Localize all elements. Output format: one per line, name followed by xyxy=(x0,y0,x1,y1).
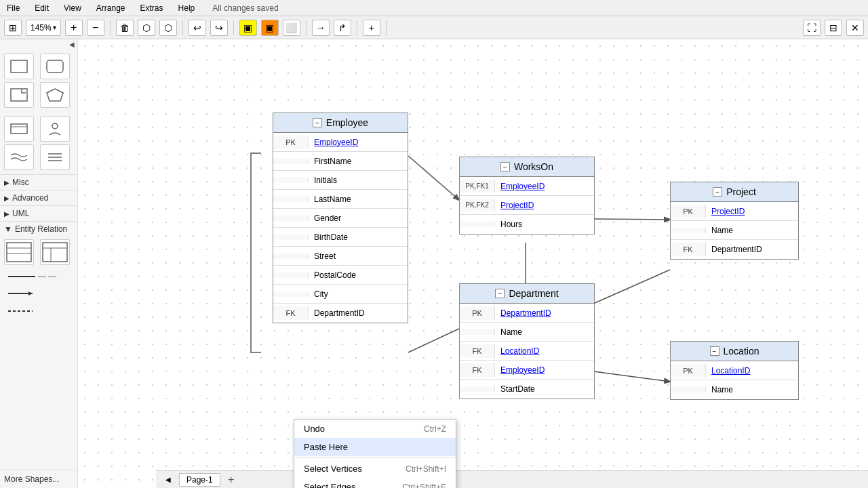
advanced-label: Advanced xyxy=(12,193,48,203)
department-collapse-btn[interactable]: − xyxy=(495,289,505,298)
location-field-0[interactable]: LocationID xyxy=(706,363,798,378)
svg-rect-0 xyxy=(11,60,27,73)
employee-collapse-btn[interactable]: − xyxy=(313,118,322,127)
panel-toggle-btn[interactable]: ◀ xyxy=(161,473,175,487)
connector-style-btn[interactable]: → xyxy=(312,20,330,36)
shape-person[interactable] xyxy=(40,116,70,142)
menu-extras[interactable]: Extras xyxy=(138,2,166,14)
entity-relation-toggle[interactable]: ▼ Entity Relation xyxy=(0,222,77,237)
svg-rect-1 xyxy=(47,60,63,73)
workson-key-1: PK,FK2 xyxy=(460,199,495,211)
shape-wave[interactable] xyxy=(4,144,34,170)
menu-view[interactable]: View xyxy=(61,2,84,14)
location-collapse-btn[interactable]: − xyxy=(710,346,719,356)
row-shape-2[interactable] xyxy=(4,285,73,302)
department-key-4 xyxy=(460,386,495,392)
employee-table: − Employee PK EmployeeID FirstName Initi… xyxy=(273,113,408,323)
location-field-1: Name xyxy=(706,382,798,397)
undo-btn[interactable]: ↩ xyxy=(189,20,206,36)
fullscreen-btn[interactable]: ⛶ xyxy=(803,20,821,36)
connect-btn[interactable]: ⬡ xyxy=(138,20,155,36)
menu-file[interactable]: File xyxy=(4,2,22,14)
uml-section[interactable]: ▶ UML xyxy=(0,205,77,221)
insert-btn[interactable]: + xyxy=(363,20,380,36)
zoom-out-btn[interactable]: − xyxy=(87,20,104,36)
page-tab[interactable]: Page-1 xyxy=(179,473,220,487)
workson-field-0[interactable]: EmployeeID xyxy=(495,179,594,194)
department-title: Department xyxy=(509,288,558,299)
misc-section[interactable]: ▶ Misc xyxy=(0,174,77,190)
ctx-select-edges[interactable]: Select Edges Ctrl+Shift+E xyxy=(294,478,456,488)
employee-row-1: FirstName xyxy=(273,152,408,171)
waypoint-btn[interactable]: ⬡ xyxy=(159,20,177,36)
toolbar-grid-btn[interactable]: ⊞ xyxy=(4,20,22,36)
employee-key-2 xyxy=(273,178,309,183)
project-row-1: Name xyxy=(671,221,798,240)
canvas-area[interactable]: − Employee PK EmployeeID FirstName Initi… xyxy=(78,39,868,488)
workson-collapse-btn[interactable]: − xyxy=(500,162,510,171)
menu-help[interactable]: Help xyxy=(176,2,198,14)
ctx-paste[interactable]: Paste Here xyxy=(294,438,456,456)
employee-field-2: Initials xyxy=(309,173,408,188)
project-field-0[interactable]: ProjectID xyxy=(706,204,798,219)
row-label: — — xyxy=(38,272,56,281)
advanced-section[interactable]: ▶ Advanced xyxy=(0,190,77,205)
project-key-0: PK xyxy=(671,205,706,218)
ctx-select-vertices[interactable]: Select Vertices Ctrl+Shift+I xyxy=(294,460,456,478)
panel-collapse[interactable]: ◀ xyxy=(0,39,77,49)
employee-row-4: Gender xyxy=(273,209,408,228)
misc-arrow-icon: ▶ xyxy=(4,179,9,186)
zoom-in-btn[interactable]: + xyxy=(65,20,83,36)
delete-btn[interactable]: 🗑 xyxy=(116,20,134,36)
employee-key-3 xyxy=(273,197,309,202)
line-color-btn[interactable]: ▣ xyxy=(261,20,279,36)
department-field-3[interactable]: EmployeeID xyxy=(495,363,594,378)
sidebar-toggle-btn[interactable]: ⊟ xyxy=(825,20,842,36)
redo-btn[interactable]: ↪ xyxy=(210,20,228,36)
shape-rect[interactable] xyxy=(4,54,34,79)
shape-btn[interactable]: ⬜ xyxy=(283,20,300,36)
department-key-2: FK xyxy=(460,344,495,358)
employee-field-3: LastName xyxy=(309,192,408,207)
svg-line-20 xyxy=(408,329,459,352)
ctx-undo[interactable]: Undo Ctrl+Z xyxy=(294,420,456,438)
fill-color-btn[interactable]: ▣ xyxy=(239,20,257,36)
department-field-0[interactable]: DepartmentID xyxy=(495,306,594,321)
employee-field-0[interactable]: EmployeeID xyxy=(309,135,408,150)
department-field-2[interactable]: LocationID xyxy=(495,344,594,359)
workson-row-1: PK,FK2 ProjectID xyxy=(460,196,594,215)
menu-arrange[interactable]: Arrange xyxy=(94,2,128,14)
zoom-display[interactable]: 145% ▾ xyxy=(26,20,61,36)
shape-lines[interactable] xyxy=(40,144,70,170)
close-btn[interactable]: ✕ xyxy=(846,20,864,36)
row-shape-1[interactable]: — — xyxy=(4,269,73,284)
location-title: Location xyxy=(724,346,760,357)
project-collapse-btn[interactable]: − xyxy=(713,187,722,197)
department-table-header: − Department xyxy=(460,284,594,304)
er-table-2col-shape[interactable] xyxy=(40,239,70,265)
add-page-btn[interactable]: + xyxy=(224,473,238,487)
workson-field-1[interactable]: ProjectID xyxy=(495,198,594,213)
location-table: − Location PK LocationID Name xyxy=(670,341,799,400)
er-table-shape[interactable] xyxy=(4,239,34,265)
svg-line-19 xyxy=(408,156,459,200)
department-row-2: FK LocationID xyxy=(460,342,594,361)
advanced-arrow-icon: ▶ xyxy=(4,195,9,202)
project-field-1: Name xyxy=(706,223,798,238)
shape-rect-folded[interactable] xyxy=(4,82,34,108)
menu-edit[interactable]: Edit xyxy=(32,2,52,14)
waypoint-style-btn[interactable]: ↱ xyxy=(334,20,351,36)
project-table-header: − Project xyxy=(671,182,798,202)
row-line-icon xyxy=(8,276,35,277)
shape-pentagon[interactable] xyxy=(40,82,70,108)
shape-note[interactable] xyxy=(4,116,34,142)
employee-field-8: City xyxy=(309,287,408,302)
more-shapes-btn[interactable]: More Shapes... xyxy=(0,470,77,488)
more-shapes-label: More Shapes... xyxy=(4,474,59,484)
row-shape-3[interactable] xyxy=(4,303,73,319)
employee-field-7: PostalCode xyxy=(309,268,408,283)
employee-key-5 xyxy=(273,235,309,240)
main-area: ◀ ▶ Misc ▶ Advanced ▶ UML xyxy=(0,39,868,488)
sep2 xyxy=(182,20,183,35)
shape-rect-rounded[interactable] xyxy=(40,54,70,79)
